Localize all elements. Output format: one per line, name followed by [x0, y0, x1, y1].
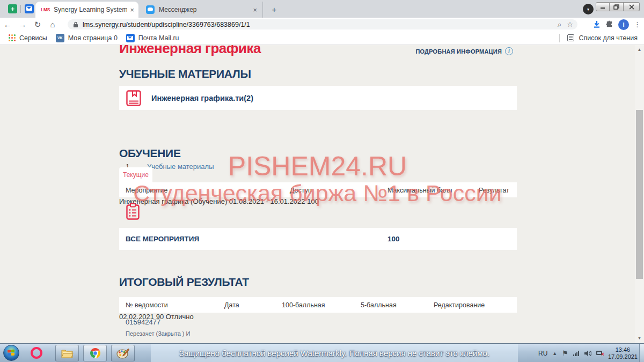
folder-icon	[61, 348, 74, 359]
event-access-dates: 01.08.2021 - 16.01.2022	[229, 197, 305, 205]
final-result-heading: ИТОГОВЫЙ РЕЗУЛЬТАТ	[119, 276, 249, 289]
show-desktop-button[interactable]	[639, 344, 644, 362]
training-table-row[interactable]: Инженерная графика (Обучение) 01.08.2021…	[119, 197, 517, 226]
screen: + LMS Synergy Learning System × Мессендж…	[0, 0, 644, 362]
col-header: 100-балльная	[282, 301, 325, 309]
extensions-puzzle-icon[interactable]	[605, 20, 613, 28]
taskbar-clock[interactable]: 13:46 17.09.2021	[608, 346, 638, 360]
reading-list[interactable]: Список для чтения	[559, 34, 638, 42]
reload-icon[interactable]: ↻	[30, 20, 45, 29]
start-button[interactable]	[3, 345, 19, 361]
total-label: ВСЕ МЕРОПРИЯТИЯ	[126, 235, 199, 243]
system-tray: RU ▲ ⚑ × 13:46 17.09.2021	[538, 344, 638, 362]
mailru-icon	[126, 34, 135, 42]
back-icon[interactable]: ←	[0, 20, 15, 29]
address-bar[interactable]: lms.synergy.ru/student/updiscipline/3369…	[68, 19, 577, 29]
total-value: 100	[387, 235, 400, 243]
browser-toolbar: ← → ↻ ⌂ lms.synergy.ru/student/updiscipl…	[0, 18, 644, 31]
final-table-row: 015942477 Перезачет (Закрыта ) И 02.02.2…	[119, 313, 517, 343]
col-header: Мероприятие	[126, 187, 168, 194]
new-tab-button[interactable]: +	[268, 4, 280, 16]
tab-title: Synergy Learning System	[54, 6, 127, 13]
home-icon[interactable]: ⌂	[45, 20, 60, 29]
taskbar: Защищено бесплатной версией Watermarkly.…	[0, 343, 644, 362]
close-tab-icon[interactable]: ×	[130, 6, 134, 14]
pinned-tab-mail[interactable]	[25, 4, 34, 13]
zoom-icon[interactable]: ⌕	[558, 20, 561, 29]
windows-logo-icon	[8, 350, 15, 357]
bookmark-star-icon[interactable]: ☆	[567, 20, 573, 28]
language-indicator[interactable]: RU	[538, 350, 547, 357]
scrollbar-thumb[interactable]	[636, 110, 643, 279]
clock-time: 13:46	[608, 346, 638, 353]
col-header: 5-балльная	[361, 301, 397, 309]
taskbar-watermark: Защищено бесплатной версией Watermarkly.…	[151, 344, 518, 362]
url-text[interactable]: lms.synergy.ru/student/updiscipline/3369…	[83, 21, 552, 28]
vk-icon: VK	[56, 34, 64, 42]
all-events-total-card: ВСЕ МЕРОПРИЯТИЯ 100	[119, 228, 517, 250]
bookmark-label: Сервисы	[19, 34, 47, 42]
close-tab-icon[interactable]: ×	[253, 6, 257, 14]
close-button[interactable]	[624, 2, 640, 11]
restore-button[interactable]	[610, 2, 624, 11]
paint-palette-icon	[116, 348, 129, 359]
training-table-header: Мероприятие Доступ Максимальный балл Рез…	[119, 182, 517, 197]
col-header: Доступ	[290, 187, 312, 194]
clock-date: 17.09.2021	[608, 353, 638, 360]
action-center-flag-icon[interactable]: ⚑	[562, 349, 568, 357]
plus-icon: +	[11, 6, 14, 12]
download-icon[interactable]	[593, 20, 601, 28]
browser-status-icon[interactable]: ▼	[583, 4, 594, 14]
lock-icon	[73, 21, 78, 28]
reading-list-icon	[567, 34, 574, 41]
materials-heading: УЧЕБНЫЕ МАТЕРИАЛЫ	[119, 68, 251, 80]
col-header: Результат	[479, 187, 509, 194]
bookmark-label: Моя страница 0	[68, 34, 118, 42]
apps-grid-icon	[9, 34, 16, 41]
bookmark-mailru[interactable]: Почта Mail.ru	[126, 34, 179, 42]
divider	[559, 34, 560, 42]
browser-tabstrip: + LMS Synergy Learning System × Мессендж…	[0, 0, 644, 18]
bookmark-services[interactable]: Сервисы	[9, 34, 47, 42]
signal-bars-icon[interactable]	[573, 351, 579, 356]
detailed-info-link[interactable]: ПОДРОБНАЯ ИНФОРМАЦИЯ i	[415, 47, 513, 55]
menu-icon[interactable]: ⋮	[634, 20, 641, 28]
final-table-header: № ведомости Дата 100-балльная 5-балльная…	[119, 297, 517, 313]
materials-card[interactable]: Инженерная графика.ти(2)	[119, 86, 517, 110]
event-max-score: 100	[307, 197, 319, 205]
sheet-number: 015942477	[126, 318, 160, 326]
tab-current-events[interactable]: Текущие	[119, 167, 152, 182]
speaker-icon[interactable]	[584, 350, 591, 357]
hidden-icons-caret[interactable]: ▲	[552, 351, 557, 356]
col-header: № ведомости	[126, 301, 168, 309]
chrome-icon	[89, 347, 101, 359]
book-icon	[126, 90, 142, 107]
page-scrollbar[interactable]: ▲ ▼	[635, 45, 644, 343]
scroll-up-icon[interactable]: ▲	[635, 46, 644, 54]
lms-favicon: LMS	[41, 7, 50, 12]
paint-taskbar-button[interactable]	[111, 345, 135, 361]
sheet-subtitle: Перезачет (Закрыта ) И	[126, 330, 191, 337]
scroll-down-icon[interactable]: ▼	[635, 335, 644, 342]
materials-link[interactable]: Учебные материалы	[147, 162, 214, 171]
forward-icon[interactable]: →	[15, 20, 30, 29]
opera-taskbar-icon[interactable]	[31, 347, 42, 359]
bookmark-label: Почта Mail.ru	[138, 34, 179, 42]
clipboard-icon	[126, 203, 140, 220]
tab-messenger[interactable]: Мессенджер ×	[141, 2, 263, 18]
messenger-icon	[146, 5, 155, 14]
detailed-info-label: ПОДРОБНАЯ ИНФОРМАЦИЯ	[415, 48, 502, 55]
bookmarks-bar: Сервисы VK Моя страница 0 Почта Mail.ru …	[0, 31, 644, 45]
profile-avatar[interactable]: I	[618, 19, 629, 30]
network-disconnected-icon[interactable]: ×	[596, 350, 603, 356]
final-score-5: Отлично	[166, 313, 194, 321]
minimize-button[interactable]	[596, 2, 610, 11]
discipline-title: Инженерная графика	[119, 45, 261, 57]
chrome-taskbar-button[interactable]	[83, 345, 107, 361]
explorer-taskbar-button[interactable]	[55, 345, 79, 361]
col-header: Максимальный балл	[387, 187, 452, 194]
tab-synergy[interactable]: LMS Synergy Learning System ×	[35, 2, 138, 18]
bookmark-vk-page[interactable]: VK Моя страница 0	[56, 34, 118, 42]
pinned-tab-green[interactable]: +	[8, 4, 17, 13]
col-header: Редактирование	[434, 301, 485, 309]
